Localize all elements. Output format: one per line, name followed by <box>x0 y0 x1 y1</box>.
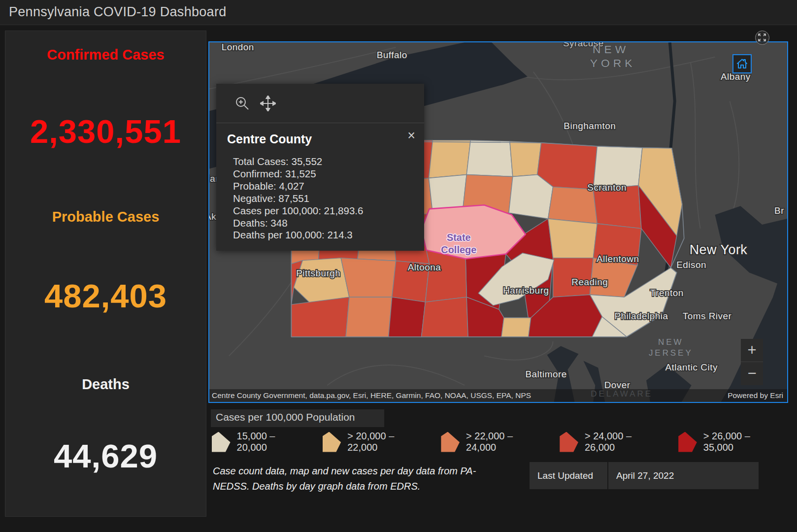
pan-icon[interactable] <box>260 96 276 111</box>
attribution-text: Centre County Government, data.pa.gov, E… <box>212 389 531 402</box>
legend-range: > 24,000 – 26,000 <box>585 431 660 453</box>
legend-swatch <box>212 432 231 452</box>
popup-row: Cases per 100,000: 21,893.6 <box>233 205 363 217</box>
zoom-out-button[interactable]: − <box>741 362 763 385</box>
popup-row: Confirmed: 31,525 <box>233 168 363 180</box>
home-icon <box>733 55 751 72</box>
map-label: NEW <box>658 337 683 347</box>
header-bar: Pennsylvania COVID-19 Dashboard <box>0 0 797 25</box>
note-line: Case count data, map and new cases per d… <box>213 464 508 479</box>
map-label: Binghamton <box>564 121 616 131</box>
stat-value: 44,629 <box>5 437 206 475</box>
popup-toolbar <box>216 84 424 123</box>
map-label: Buffalo <box>377 50 407 60</box>
last-updated-table: Last Updated April 27, 2022 <box>530 462 759 489</box>
legend-range: > 22,000 – 24,000 <box>466 431 541 453</box>
zoom-to-icon[interactable] <box>234 96 250 111</box>
map-popup: Centre County × Total Cases: 35,552 Conf… <box>216 84 424 251</box>
state-college-label: College <box>441 244 476 255</box>
legend-title: Cases per 100,000 Population <box>211 409 384 427</box>
legend-item: > 24,000 – 26,000 <box>560 431 660 453</box>
map-label: Philadelphia <box>614 311 668 321</box>
legend-range: > 20,000 – 22,000 <box>347 431 422 453</box>
map-label: YORK <box>590 57 636 69</box>
zoom-in-button[interactable]: + <box>741 339 763 362</box>
stats-sidebar: Confirmed Cases 2,330,551 Probable Cases… <box>5 31 206 517</box>
popup-row: Deaths per 100,000: 214.3 <box>233 229 363 241</box>
stat-deaths: Deaths 44,629 <box>5 376 206 475</box>
map-label: Trenton <box>650 288 684 298</box>
last-updated-value: April 27, 2022 <box>608 462 759 489</box>
zoom-controls: + − <box>741 339 763 385</box>
popup-row: Probable: 4,027 <box>233 180 363 193</box>
map-label: Allentown <box>597 254 639 264</box>
map-label: Harrisburg <box>503 285 549 296</box>
popup-row: Total Cases: 35,552 <box>233 156 363 168</box>
legend-range: 15,000 – 20,000 <box>237 431 304 453</box>
legend-item: > 26,000 – 35,000 <box>678 431 778 453</box>
popup-row: Deaths: 348 <box>233 217 363 230</box>
map-label: Reading <box>571 277 608 287</box>
map-label: Atlantic City <box>665 362 717 372</box>
map-label: Toms River <box>683 311 732 321</box>
stat-label: Probable Cases <box>5 209 206 225</box>
map-label: Baltimore <box>525 369 566 379</box>
popup-title: Centre County <box>227 132 312 146</box>
map-label: Edison <box>676 260 706 270</box>
stat-label: Deaths <box>5 376 206 393</box>
legend: 15,000 – 20,000 > 20,000 – 22,000 > 22,0… <box>212 431 797 453</box>
map-label: Dover <box>604 380 631 390</box>
state-college-label: State <box>447 232 471 243</box>
map-label: Br <box>774 205 784 216</box>
legend-swatch <box>678 432 697 452</box>
map-label: Scranton <box>587 182 627 193</box>
powered-by-esri: Powered by Esri <box>728 389 783 402</box>
stat-value: 482,403 <box>5 277 206 315</box>
map-label: Pittsburgh <box>296 268 340 278</box>
expand-button[interactable] <box>755 31 769 45</box>
map-label: Altoona <box>408 262 441 272</box>
legend-item: > 20,000 – 22,000 <box>323 431 423 453</box>
close-icon[interactable]: × <box>407 129 415 142</box>
last-updated-label: Last Updated <box>530 462 607 489</box>
legend-swatch <box>560 432 578 452</box>
legend-item: > 22,000 – 24,000 <box>441 431 541 453</box>
data-source-note: Case count data, map and new cases per d… <box>213 464 508 494</box>
stat-confirmed-cases: Confirmed Cases 2,330,551 <box>5 47 206 150</box>
legend-range: > 26,000 – 35,000 <box>703 431 778 453</box>
stat-value: 2,330,551 <box>5 112 206 150</box>
popup-body: Total Cases: 35,552 Confirmed: 31,525 Pr… <box>233 156 363 241</box>
legend-swatch <box>323 432 341 452</box>
stat-probable-cases: Probable Cases 482,403 <box>5 209 206 315</box>
note-line: NEDSS. Deaths by day graph data from EDR… <box>213 479 508 494</box>
stat-label: Confirmed Cases <box>5 47 206 63</box>
expand-arrows-icon <box>756 31 768 44</box>
home-button[interactable] <box>732 54 752 73</box>
popup-row: Negative: 87,551 <box>233 193 363 205</box>
page-title: Pennsylvania COVID-19 Dashboard <box>9 4 227 20</box>
legend-swatch <box>441 432 460 452</box>
map-widget[interactable]: London Buffalo Syracuse NEW YORK Bingham… <box>208 41 788 403</box>
attribution-bar: Centre County Government, data.pa.gov, E… <box>209 389 787 402</box>
legend-item: 15,000 – 20,000 <box>212 431 304 453</box>
map-label: New York <box>690 242 748 257</box>
map-label: NEW <box>593 43 629 56</box>
map-label: JERSEY <box>649 348 693 358</box>
map-label: London <box>222 42 254 52</box>
